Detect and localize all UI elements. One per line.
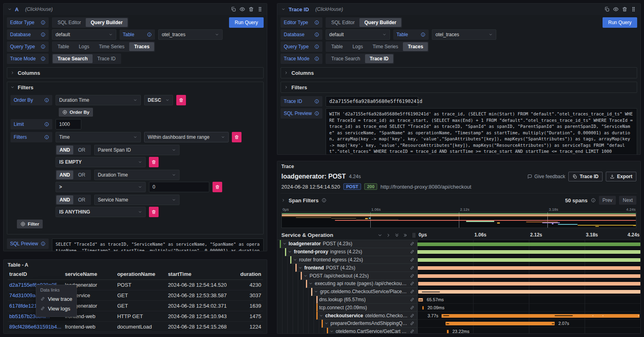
prev-button[interactable]: Prev [599,196,616,205]
column-header-operationname[interactable]: operationName [116,269,166,280]
span-link-icon[interactable] [410,297,415,302]
trace-id-link[interactable]: 89cf4286e631591b4... [9,324,61,330]
span-link-icon[interactable] [410,329,415,333]
info-icon[interactable] [591,198,596,203]
query-type-traces[interactable]: Traces [403,42,428,51]
limit-input[interactable]: 1000 [56,119,81,129]
span-filters-label[interactable]: Span Filters [289,197,318,203]
drag-handle-icon[interactable] [631,6,636,12]
trace-search-option[interactable]: Trace Search [53,54,93,63]
info-icon[interactable] [421,32,425,37]
info-icon[interactable] [41,32,45,37]
expand-one-icon[interactable] [386,233,391,238]
info-icon[interactable] [147,32,152,37]
order-by-direction-select[interactable]: DESC [144,95,173,105]
column-header-starttime[interactable]: startTime [166,269,235,280]
view-logs-link[interactable]: View logs [40,304,72,313]
info-icon[interactable] [44,98,49,103]
span-row[interactable]: POST /api/checkout (4.22s) [277,272,640,280]
info-icon[interactable] [314,56,319,61]
and-option[interactable]: AND [56,146,73,154]
hide-query-icon[interactable] [613,6,619,12]
info-icon[interactable] [44,135,49,140]
filter-field-select[interactable]: Duration Time [94,170,180,180]
filters-section-header[interactable]: Filters [281,82,637,92]
span-link-icon[interactable] [410,273,415,278]
info-icon[interactable] [314,44,319,49]
export-button[interactable]: Export [606,172,636,181]
query-type-logs[interactable]: Logs [348,42,368,51]
drag-handle-icon[interactable] [257,6,263,12]
filter-value-input[interactable]: 0 [149,182,209,192]
span-gantt-cell[interactable]: 2.07s [417,320,640,328]
span-link-icon[interactable] [410,289,415,294]
chevron-right-icon[interactable] [281,198,285,202]
remove-filter-button[interactable] [149,157,159,167]
query-type-timeseries[interactable]: Time Series [94,42,130,51]
table-select[interactable]: otel_traces [432,29,496,40]
span-link-icon[interactable] [410,249,415,254]
info-icon[interactable] [314,32,319,37]
or-option[interactable]: OR [73,146,90,154]
panel-title[interactable]: Trace [277,161,640,170]
query-type-table[interactable]: Table [326,42,348,51]
span-gantt-cell[interactable] [417,256,640,264]
info-icon[interactable] [322,198,326,203]
span-link-icon[interactable] [410,281,415,286]
span-row[interactable]: tcp.connect (20.09ms)20.09ms [277,304,640,312]
trace-id-option[interactable]: Trace ID [93,54,121,63]
hide-query-icon[interactable] [239,6,245,12]
span-row[interactable]: executing api route (pages) /api/checkou… [277,280,640,288]
column-header-duration[interactable]: duration [235,269,263,280]
span-row[interactable]: loadgeneratorPOST (4.23s) [277,240,640,248]
chevron-down-icon[interactable] [330,329,334,333]
view-trace-link[interactable]: View trace [40,294,72,304]
panel-title[interactable]: Table - A [4,260,267,269]
remove-filter-button[interactable] [149,207,159,217]
remove-filter-button[interactable] [232,132,242,142]
columns-section-header[interactable]: Columns [281,68,637,78]
delete-query-icon[interactable] [248,6,254,12]
query-row-header-a[interactable]: A (ClickHouse) [4,4,267,15]
chevron-down-icon[interactable] [283,242,287,246]
query-builder-option[interactable]: Query Builder [86,18,127,27]
minimap-canvas[interactable] [281,212,636,228]
trace-search-option[interactable]: Trace Search [326,54,365,63]
sql-editor-option[interactable]: SQL Editor [326,18,359,27]
filter-operator-select[interactable]: IS EMPTY [56,157,146,167]
span-gantt-cell[interactable]: 65.57ms [417,296,640,304]
add-order-by-button[interactable]: Order By [59,108,93,117]
info-icon[interactable] [41,56,45,61]
column-header-servicename[interactable]: serviceName [63,269,116,280]
chevron-down-icon[interactable] [324,321,328,325]
chevron-down-icon[interactable] [293,258,297,262]
span-link-icon[interactable] [410,241,415,246]
run-query-button[interactable]: Run Query [229,17,264,28]
span-row[interactable]: router frontend egress (4.22s) [277,256,640,264]
chevron-down-icon[interactable] [298,266,302,270]
give-feedback-link[interactable]: Give feedback [527,174,566,179]
trace-id-button[interactable]: Trace ID [568,172,603,181]
span-row[interactable]: frontend-proxyingress (4.22s) [277,248,640,256]
and-option[interactable]: AND [56,195,73,204]
next-button[interactable]: Next [619,196,636,205]
span-gantt-cell[interactable]: 20.09ms [417,304,640,312]
info-icon[interactable] [314,99,319,104]
duplicate-query-icon[interactable] [604,6,610,12]
columns-section-header[interactable]: Columns [7,68,263,78]
expand-all-icon[interactable] [403,233,408,238]
filter-value-select[interactable]: Within dashboard time range [144,132,229,142]
column-header-traceid[interactable]: traceID [8,269,63,280]
info-icon[interactable] [41,44,45,49]
table-select[interactable]: otel_traces [158,29,223,40]
database-select[interactable]: default [52,29,116,40]
filter-field-select[interactable]: Time [56,132,141,142]
duplicate-query-icon[interactable] [231,6,236,12]
or-option[interactable]: OR [73,171,90,179]
trace-id-option[interactable]: Trace ID [365,54,394,63]
query-type-traces[interactable]: Traces [129,42,154,51]
column-resize-handle[interactable] [413,233,415,238]
or-option[interactable]: OR [73,195,90,204]
chevron-down-icon[interactable] [288,250,292,254]
span-gantt-cell[interactable] [417,288,640,296]
